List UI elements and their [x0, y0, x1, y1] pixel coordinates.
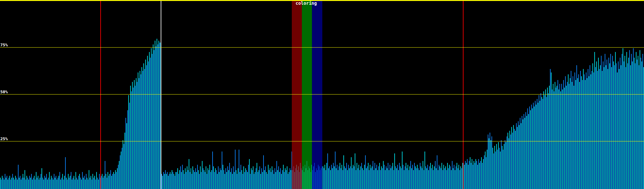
- gridlines-layer: 75%50%25%: [0, 0, 644, 189]
- top-border: [0, 0, 644, 1]
- gridline: [0, 94, 644, 94]
- axis-label: 75%: [0, 43, 8, 47]
- gridline: [0, 47, 644, 48]
- histogram-panel: 75%50%25% coloring: [0, 0, 644, 189]
- axis-label: 50%: [0, 90, 8, 94]
- axis-label: 25%: [0, 137, 8, 141]
- coloring-label: coloring: [296, 1, 317, 5]
- gridline: [0, 141, 644, 141]
